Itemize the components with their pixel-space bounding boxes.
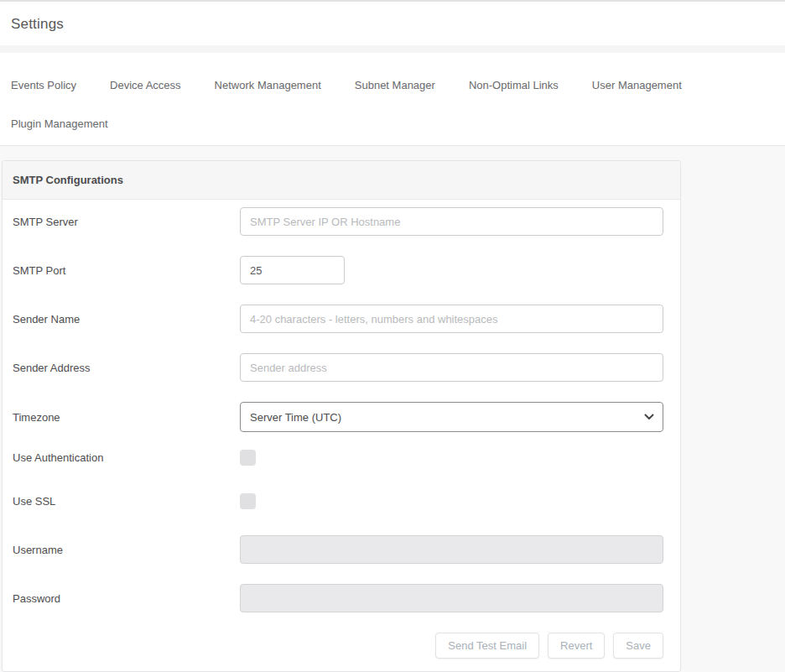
smtp-server-input[interactable] [240, 207, 663, 236]
sender-name-label: Sender Name [13, 313, 240, 326]
page-header: Settings [0, 2, 785, 45]
timezone-label: Timezone [13, 411, 240, 424]
settings-page: Settings Events Policy Device Access Net… [0, 0, 785, 672]
tab-plugin-management[interactable]: Plugin Management [11, 117, 108, 130]
form-row: Username [13, 535, 663, 564]
username-label: Username [13, 544, 240, 556]
smtp-port-label: SMTP Port [13, 264, 240, 277]
tab-network-management[interactable]: Network Management [215, 79, 321, 91]
sender-name-input[interactable] [240, 305, 663, 333]
form-row: SMTP Port [13, 256, 663, 284]
tab-row: Events Policy Device Access Network Mana… [11, 79, 774, 91]
tab-row: Plugin Management [11, 117, 774, 130]
smtp-configurations-panel: SMTP Configurations SMTP Server SMTP Por… [2, 160, 681, 672]
save-button[interactable]: Save [613, 633, 663, 659]
form-row: Use Authentication [13, 449, 663, 466]
password-label: Password [13, 592, 240, 605]
smtp-server-label: SMTP Server [13, 216, 240, 228]
tab-device-access[interactable]: Device Access [110, 79, 181, 91]
form-row: Use SSL [13, 492, 663, 509]
smtp-port-input[interactable] [240, 256, 345, 284]
use-authentication-checkbox[interactable] [240, 450, 256, 466]
tab-subnet-manager[interactable]: Subnet Manager [355, 79, 435, 91]
form-row: Sender Address [13, 353, 663, 382]
form-row: SMTP Server [13, 207, 663, 236]
form-row: Timezone Server Time (UTC) [13, 402, 663, 432]
header-divider [0, 45, 785, 53]
form-row: Password [13, 584, 663, 612]
timezone-select-wrap: Server Time (UTC) [240, 402, 663, 432]
revert-button[interactable]: Revert [548, 633, 605, 659]
content-area: SMTP Configurations SMTP Server SMTP Por… [0, 146, 785, 672]
page-title: Settings [11, 16, 774, 33]
sender-address-label: Sender Address [13, 362, 240, 374]
tab-user-management[interactable]: User Management [592, 79, 682, 91]
use-ssl-checkbox[interactable] [240, 493, 256, 509]
form-row: Sender Name [13, 305, 663, 333]
sender-address-input[interactable] [240, 353, 663, 382]
smtp-form: SMTP Server SMTP Port Sender Name Sender… [3, 200, 680, 671]
username-input [240, 535, 663, 564]
settings-tab-bar: Events Policy Device Access Network Mana… [0, 53, 785, 146]
tab-non-optimal-links[interactable]: Non-Optimal Links [469, 79, 559, 91]
form-actions: Send Test Email Revert Save [13, 633, 663, 659]
tab-events-policy[interactable]: Events Policy [11, 79, 76, 91]
use-authentication-label: Use Authentication [13, 451, 240, 464]
send-test-email-button[interactable]: Send Test Email [435, 633, 539, 659]
timezone-select[interactable]: Server Time (UTC) [240, 402, 663, 432]
password-input [240, 584, 663, 612]
use-ssl-label: Use SSL [13, 495, 240, 508]
panel-title: SMTP Configurations [3, 161, 680, 200]
